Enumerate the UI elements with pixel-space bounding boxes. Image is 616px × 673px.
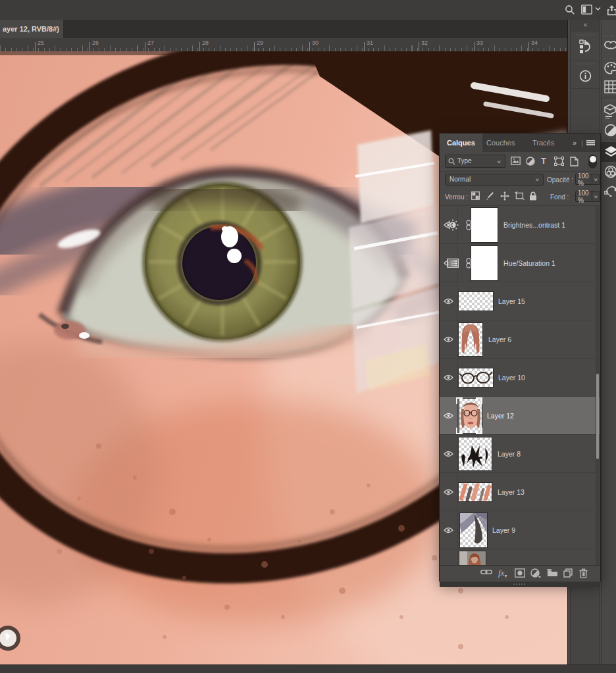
- visibility-toggle[interactable]: [440, 359, 458, 396]
- learn-icon[interactable]: [604, 104, 616, 118]
- shape-filter-icon[interactable]: [554, 157, 564, 166]
- share-icon[interactable]: [606, 5, 616, 16]
- layer-row[interactable]: Layer 13: [440, 473, 600, 511]
- layer-name[interactable]: Layer 15: [498, 297, 525, 305]
- panel-scrollbar[interactable]: [596, 206, 600, 565]
- visibility-toggle[interactable]: [440, 511, 458, 549]
- layers-panel-toolbar: fx▾: [440, 565, 600, 582]
- info-icon[interactable]: [579, 70, 592, 82]
- chevron-down-icon[interactable]: [595, 7, 601, 11]
- horizontal-ruler: 25 26 27 28 29 30 31 32 33 34: [0, 38, 567, 52]
- panel-tab-divider: |: [581, 134, 583, 152]
- adjustment-icon[interactable]: [530, 568, 541, 578]
- history-icon[interactable]: [579, 39, 592, 54]
- lock-transparent-icon[interactable]: [471, 191, 480, 200]
- eye-icon: [444, 374, 453, 381]
- layer-row[interactable]: Layer 8: [440, 435, 600, 473]
- layers-panel-icon[interactable]: [604, 145, 616, 159]
- layer-thumbnail[interactable]: [460, 513, 487, 547]
- type-filter-icon[interactable]: T: [541, 156, 546, 166]
- layer-thumbnail[interactable]: [459, 483, 492, 501]
- layer-row[interactable]: Hue/Saturation 1: [440, 244, 600, 282]
- lock-all-icon[interactable]: [529, 191, 537, 201]
- opacity-field[interactable]: 100 % ∨: [575, 174, 600, 185]
- layer-mask-thumbnail[interactable]: [471, 208, 498, 242]
- layer-row[interactable]: Layer 10: [440, 359, 600, 397]
- tab-calques[interactable]: Calques: [440, 134, 482, 152]
- layer-row[interactable]: Brightnes...ontrast 1: [440, 206, 600, 244]
- ruler-mark: 33: [476, 39, 483, 46]
- layer-name[interactable]: Layer 8: [498, 450, 521, 458]
- group-icon[interactable]: [547, 568, 558, 577]
- document-tab[interactable]: ayer 12, RVB/8#): [0, 20, 63, 38]
- delete-icon[interactable]: [579, 568, 588, 578]
- lock-artboard-icon[interactable]: [515, 191, 525, 200]
- eye-icon: [444, 451, 453, 457]
- layer-row[interactable]: Layer 9: [440, 511, 600, 549]
- swatches-icon[interactable]: [604, 80, 616, 93]
- visibility-toggle[interactable]: [440, 397, 458, 434]
- layer-thumbnail[interactable]: [459, 368, 493, 387]
- visibility-toggle[interactable]: [440, 282, 458, 320]
- visibility-toggle[interactable]: [440, 320, 458, 358]
- visibility-toggle[interactable]: [440, 549, 458, 565]
- layer-thumbnail[interactable]: [459, 292, 493, 311]
- mask-link-icon[interactable]: [466, 258, 471, 268]
- new-layer-icon[interactable]: [563, 568, 573, 578]
- pixel-filter-icon[interactable]: [511, 157, 521, 165]
- mask-icon[interactable]: [515, 568, 525, 578]
- layer-mask-thumbnail[interactable]: [471, 246, 498, 280]
- brightness-contrast-icon: [447, 219, 459, 231]
- mask-link-icon[interactable]: [466, 220, 471, 230]
- cc-libraries-icon[interactable]: [604, 39, 616, 51]
- paths-icon[interactable]: [604, 183, 616, 197]
- layer-name[interactable]: Hue/Saturation 1: [503, 259, 555, 267]
- layer-list: Brightnes...ontrast 1 Hue/Saturation 1 L…: [440, 206, 600, 565]
- layers-panel: Calques Couches Tracés » | Type ∨ T: [440, 134, 600, 581]
- layer-row[interactable]: [440, 549, 600, 565]
- panel-menu-icon[interactable]: [586, 140, 595, 145]
- color-icon[interactable]: [604, 62, 616, 74]
- layer-thumbnail[interactable]: [459, 323, 482, 356]
- layer-row[interactable]: Layer 15: [440, 282, 600, 320]
- blend-mode-select[interactable]: Normal ∨: [445, 174, 544, 186]
- lock-pixels-icon[interactable]: [486, 191, 494, 201]
- panel-more-icon[interactable]: »: [573, 134, 577, 152]
- document-tab-title: ayer 12, RVB/8#): [3, 25, 59, 33]
- layer-row-selected[interactable]: Layer 12: [440, 397, 600, 435]
- visibility-toggle[interactable]: [440, 435, 458, 472]
- fx-icon[interactable]: fx▾: [498, 568, 507, 579]
- layer-name[interactable]: Layer 9: [492, 526, 515, 534]
- layer-filter-select[interactable]: Type ∨: [445, 155, 505, 168]
- collapse-dock-icon[interactable]: «: [571, 20, 600, 32]
- status-bar: [0, 664, 616, 673]
- layer-name[interactable]: Layer 6: [488, 336, 511, 343]
- lock-row: Verrou : Fond : 100 % ∨: [440, 188, 600, 206]
- visibility-toggle[interactable]: [440, 473, 458, 511]
- panel-drag-strip[interactable]: [440, 582, 600, 587]
- adjustments-icon[interactable]: [604, 124, 616, 137]
- layer-thumbnail[interactable]: [459, 437, 492, 470]
- application-bar: [0, 0, 616, 20]
- layer-name[interactable]: Layer 13: [498, 488, 525, 496]
- layer-name[interactable]: Layer 10: [498, 374, 525, 382]
- tab-traces[interactable]: Tracés: [525, 134, 561, 152]
- lock-label: Verrou :: [445, 193, 468, 201]
- tab-couches[interactable]: Couches: [479, 134, 522, 152]
- selected-thumbnail-brackets: [456, 397, 482, 434]
- ruler-mark: 26: [92, 39, 99, 46]
- search-icon[interactable]: [565, 5, 575, 15]
- fill-field[interactable]: 100 % ∨: [575, 191, 600, 202]
- filter-toggle[interactable]: [588, 155, 597, 168]
- layer-row[interactable]: Layer 6: [440, 320, 600, 359]
- panel-scrollbar-thumb[interactable]: [596, 374, 599, 459]
- link-icon[interactable]: [480, 568, 492, 576]
- lock-position-icon[interactable]: [500, 191, 509, 201]
- workspace-switcher-icon[interactable]: [581, 5, 592, 14]
- channels-icon[interactable]: [604, 165, 616, 178]
- layer-thumbnail[interactable]: [459, 551, 486, 565]
- layer-name[interactable]: Brightnes...ontrast 1: [503, 221, 565, 229]
- layer-name[interactable]: Layer 12: [487, 412, 514, 420]
- smart-object-filter-icon[interactable]: [570, 157, 578, 166]
- adjustment-filter-icon[interactable]: [526, 157, 535, 166]
